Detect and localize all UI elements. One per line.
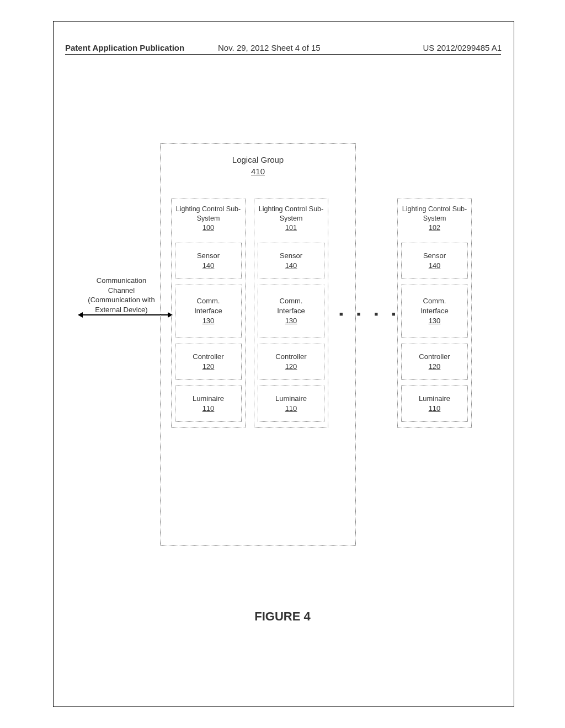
logical-group-title: Logical Group 410 [161, 154, 355, 177]
subsystem-ref: 100 [202, 224, 214, 232]
unit-ref: 110 [285, 404, 297, 413]
comm-interface-block: Comm. Interface 130 [258, 285, 324, 338]
communication-channel-label: Communication Channel (Communication wit… [77, 276, 166, 314]
subsystem-title: Lighting Control Sub-System [259, 205, 323, 222]
unit-label: Sensor [197, 251, 220, 260]
unit-ref: 110 [429, 404, 441, 413]
header-publication: Patent Application Publication [65, 43, 184, 52]
unit-ref: 140 [285, 261, 297, 270]
sensor-block: Sensor 140 [401, 243, 468, 279]
unit-label: Controller [275, 352, 306, 361]
unit-ref: 110 [202, 404, 215, 413]
comm-line2: Channel [108, 286, 135, 295]
ellipsis-icon: ■ ■ ■ ■ [339, 311, 402, 317]
sensor-block: Sensor 140 [258, 243, 324, 279]
unit-ref: 120 [429, 362, 441, 371]
subsystem-title: Lighting Control Sub-System [402, 205, 467, 222]
subsystem-ref: 102 [429, 224, 440, 232]
subsystem-head: Lighting Control Sub-System 101 [258, 202, 324, 237]
luminaire-block: Luminaire 110 [258, 386, 324, 422]
unit-label: Luminaire [275, 394, 307, 403]
unit-ref: 140 [202, 261, 215, 270]
unit-ref: 140 [429, 261, 441, 270]
unit-label1: Comm. [280, 297, 303, 305]
unit-label: Luminaire [193, 394, 224, 403]
unit-label1: Comm. [197, 297, 220, 305]
group-title-text: Logical Group [232, 155, 284, 164]
lighting-subsystem-100: Lighting Control Sub-System 100 Sensor 1… [171, 199, 246, 428]
subsystem-ref: 101 [285, 224, 297, 232]
unit-ref: 130 [202, 317, 215, 325]
unit-ref: 120 [285, 362, 297, 371]
unit-label2: Interface [194, 307, 222, 315]
sensor-block: Sensor 140 [175, 243, 242, 279]
subsystem-title: Lighting Control Sub-System [176, 205, 241, 222]
subsystem-head: Lighting Control Sub-System 102 [401, 202, 468, 237]
unit-label2: Interface [420, 307, 449, 315]
controller-block: Controller 120 [175, 344, 242, 380]
header-sheet: Nov. 29, 2012 Sheet 4 of 15 [218, 43, 321, 52]
unit-label: Sensor [280, 251, 302, 260]
header-docnumber: US 2012/0299485 A1 [423, 43, 502, 52]
group-ref: 410 [251, 167, 265, 176]
unit-label1: Comm. [423, 297, 446, 305]
unit-ref: 130 [285, 317, 297, 325]
unit-label: Sensor [423, 251, 446, 260]
figure-caption: FIGURE 4 [0, 609, 565, 624]
comm-interface-block: Comm. Interface 130 [401, 285, 468, 338]
comm-line3: (Communication with [88, 296, 154, 304]
unit-ref: 120 [202, 362, 215, 371]
controller-block: Controller 120 [401, 344, 468, 380]
lighting-subsystem-101: Lighting Control Sub-System 101 Sensor 1… [254, 199, 328, 428]
controller-block: Controller 120 [258, 344, 324, 380]
communication-arrow [78, 312, 173, 318]
subsystem-head: Lighting Control Sub-System 100 [175, 202, 242, 237]
unit-ref: 130 [429, 317, 441, 325]
header-rule [65, 54, 501, 55]
unit-label2: Interface [277, 307, 305, 315]
arrow-line [81, 314, 169, 315]
comm-interface-block: Comm. Interface 130 [175, 285, 242, 338]
unit-label: Controller [193, 352, 223, 361]
comm-line1: Communication [97, 276, 146, 285]
luminaire-block: Luminaire 110 [175, 386, 242, 422]
luminaire-block: Luminaire 110 [401, 386, 468, 422]
lighting-subsystem-102: Lighting Control Sub-System 102 Sensor 1… [397, 199, 472, 428]
unit-label: Controller [419, 352, 450, 361]
unit-label: Luminaire [419, 394, 450, 403]
